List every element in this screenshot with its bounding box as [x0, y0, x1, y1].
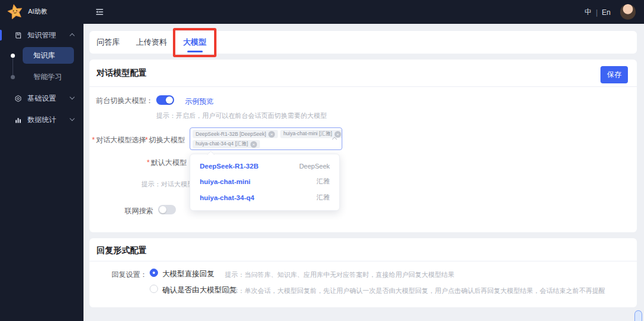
tab-label: 大模型: [183, 38, 206, 46]
option-vendor: 汇雅: [317, 177, 330, 186]
divider: [89, 261, 637, 261]
confirm-reply-hint: 提示：单次会话，大模型回复前，先让用户确认一次是否由大模型回复，用户点击确认后再…: [225, 286, 605, 295]
section-title: 回复形式配置: [97, 245, 147, 256]
tag-label: huiya-chat-34-q4 [汇雅]: [196, 141, 248, 148]
gear-icon: [14, 95, 22, 102]
lang-en[interactable]: En: [602, 8, 611, 17]
option-vendor: DeepSeek: [299, 163, 330, 170]
option-name: huiya-chat-mini: [200, 178, 250, 185]
radio-direct-reply[interactable]: [150, 269, 158, 277]
tag-remove-icon[interactable]: ×: [250, 141, 257, 148]
model-select-hint: 提示：对话大模型: [141, 180, 194, 189]
vertical-scrollbar-thumb[interactable]: [634, 310, 642, 321]
dropdown-option[interactable]: huiya-chat-mini 汇雅: [190, 173, 339, 189]
toggle-knob: [166, 96, 173, 104]
tag-remove-icon[interactable]: ×: [268, 131, 275, 138]
sidebar-item-label: 知识管理: [27, 30, 56, 40]
front-switch-hint: 提示：开启后，用户可以在前台会话页面切换需要的大模型: [156, 111, 327, 120]
required-asterisk: *: [92, 136, 95, 144]
bar-chart-icon: [14, 116, 22, 124]
sidebar-item-label: 基础设置: [27, 94, 56, 104]
required-asterisk: *: [145, 136, 148, 144]
timeline-dot-active: [11, 54, 15, 58]
sidebar-subitem-label: 知识库: [33, 51, 55, 61]
model-tag[interactable]: huiya-chat-mini [汇雅]×: [280, 130, 342, 138]
reply-config-card: 回复形式配置 回复设置： 大模型直接回复 提示：当问答库、知识库、应用库中无对应…: [89, 238, 637, 307]
sidebar-subitem-knowledge-base[interactable]: 知识库: [23, 47, 74, 64]
sidebar-subitem-label: 智能学习: [33, 73, 62, 81]
sidebar: AI助教 知识管理 知识库 智能学习 基础设置 数据统计: [0, 0, 83, 321]
direct-reply-hint: 提示：当问答库、知识库、应用库中无对应答案时，直接给用户回复大模型结果: [225, 270, 454, 279]
star-mascot-icon: [7, 4, 23, 20]
divider: [89, 86, 637, 87]
dropdown-option[interactable]: DeepSeek-R1-32B DeepSeek: [190, 159, 339, 173]
option-vendor: 汇雅: [317, 193, 330, 202]
web-search-toggle[interactable]: [158, 205, 176, 214]
section-title: 对话模型配置: [97, 68, 147, 79]
example-preview-link[interactable]: 示例预览: [185, 96, 213, 107]
sidebar-item-label: 数据统计: [27, 115, 56, 125]
model-tag[interactable]: huiya-chat-34-q4 [汇雅]×: [193, 140, 260, 148]
language-switcher: 中 | En: [584, 7, 611, 17]
required-asterisk: *: [147, 158, 150, 167]
tabs-bar: 问答库 上传资料 大模型: [89, 31, 637, 54]
tag-remove-icon[interactable]: ×: [335, 131, 341, 138]
tag-label: DeepSeek-R1-32B [DeepSeek]: [196, 131, 266, 137]
switch-model-multiselect[interactable]: DeepSeek-R1-32B [DeepSeek]× huiya-chat-m…: [190, 127, 342, 150]
radio-confirm-reply[interactable]: [150, 285, 158, 293]
label-text: 默认大模型: [151, 158, 187, 167]
lang-zh[interactable]: 中: [584, 7, 592, 17]
app-logo[interactable]: AI助教: [7, 4, 47, 20]
toggle-knob: [159, 206, 166, 213]
sidebar-item-basic-settings[interactable]: 基础设置: [0, 91, 83, 105]
tag-label: huiya-chat-mini [汇雅]: [283, 130, 332, 138]
timeline-dot-idle: [11, 75, 15, 79]
reply-settings-label: 回复设置：: [89, 270, 147, 280]
app-title: AI助教: [28, 7, 47, 16]
tab-qa-library[interactable]: 问答库: [97, 37, 120, 48]
sidebar-collapse-button[interactable]: [94, 7, 105, 20]
option-name: huiya-chat-34-q4: [200, 194, 254, 201]
sidebar-item-data-statistics[interactable]: 数据统计: [0, 113, 83, 127]
front-switch-label: 前台切换大模型：: [89, 96, 153, 106]
dropdown-option[interactable]: huiya-chat-34-q4 汇雅: [190, 189, 339, 205]
chevron-down-icon: [70, 95, 75, 99]
topbar: 中 | En: [83, 0, 644, 24]
lang-divider: |: [596, 8, 597, 17]
model-tag[interactable]: DeepSeek-R1-32B [DeepSeek]×: [193, 130, 278, 138]
book-icon: [14, 32, 22, 39]
switch-model-sublabel: *切换大模型: [125, 135, 185, 145]
web-search-label: 联网搜索: [89, 206, 153, 216]
default-model-sublabel: *默认大模型: [127, 158, 187, 168]
save-button[interactable]: 保存: [600, 66, 628, 83]
user-avatar[interactable]: [620, 4, 636, 20]
tab-upload-materials[interactable]: 上传资料: [136, 37, 167, 48]
label-text: 切换大模型: [149, 136, 185, 144]
radio-direct-reply-label[interactable]: 大模型直接回复: [162, 269, 215, 279]
chevron-up-icon: [70, 33, 75, 38]
chevron-down-icon: [70, 116, 75, 121]
sidebar-subitem-smart-learning[interactable]: 智能学习: [33, 72, 62, 82]
model-dropdown: DeepSeek-R1-32B DeepSeek huiya-chat-mini…: [190, 154, 340, 211]
dialog-model-config-card: 对话模型配置 保存 前台切换大模型： 示例预览 提示：开启后，用户可以在前台会话…: [89, 60, 637, 232]
sidebar-item-knowledge-management[interactable]: 知识管理: [0, 28, 83, 42]
tab-large-model[interactable]: 大模型: [183, 37, 206, 48]
active-section-bar: [0, 30, 2, 40]
option-name: DeepSeek-R1-32B: [200, 163, 258, 170]
front-switch-toggle[interactable]: [156, 95, 174, 105]
